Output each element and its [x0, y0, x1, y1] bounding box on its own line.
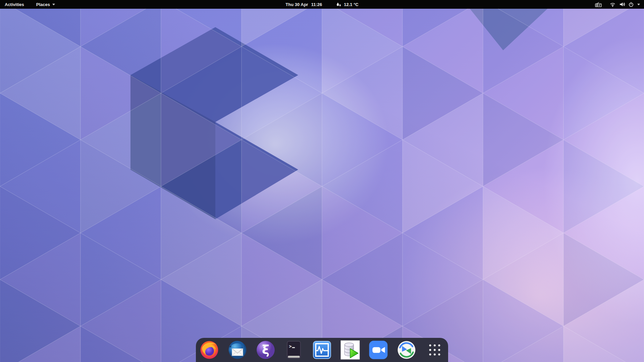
thunderbird-app-button[interactable]: [228, 340, 247, 360]
raindrops-icon: [336, 2, 341, 7]
svg-text:ξ: ξ: [262, 342, 269, 357]
database-play-icon: [340, 340, 360, 360]
desktop-wallpaper: [0, 0, 644, 362]
places-menu-button[interactable]: Places: [36, 0, 55, 9]
power-icon: [629, 2, 634, 7]
topbar-left: Activities Places: [5, 0, 55, 9]
activities-button[interactable]: Activities: [5, 0, 24, 9]
clock: Thu 30 Apr 11:26: [285, 2, 322, 7]
weather-temperature: 12.1 °C: [344, 2, 359, 7]
virt-manager-icon: [312, 340, 332, 360]
quick-settings-button[interactable]: [610, 2, 640, 7]
database-app-button[interactable]: [340, 340, 360, 360]
volume-icon: [619, 2, 625, 7]
emacs-icon: ξ: [256, 340, 275, 360]
dock: ξ >: [196, 338, 448, 362]
xdm-icon: [397, 340, 416, 360]
radio-indicator-button[interactable]: [595, 0, 602, 9]
radio-indicator-icon: [595, 2, 602, 7]
thunderbird-icon: [228, 340, 247, 360]
firefox-icon: [200, 340, 219, 360]
app-grid-button[interactable]: [425, 340, 444, 360]
top-bar: Activities Places Thu 30 Apr 11:26 12.1 …: [0, 0, 644, 9]
wallpaper-triangle-mesh: [0, 0, 644, 362]
zoom-icon: [369, 340, 388, 360]
chevron-down-icon: [52, 4, 55, 5]
emacs-app-button[interactable]: ξ: [256, 340, 275, 360]
wifi-icon: [610, 2, 615, 7]
clock-menu-button[interactable]: Thu 30 Apr 11:26 12.1 °C: [285, 0, 358, 9]
virt-manager-app-button[interactable]: [312, 340, 332, 360]
terminal-icon: >: [284, 340, 304, 360]
weather: 12.1 °C: [336, 2, 359, 7]
xdm-app-button[interactable]: [397, 340, 416, 360]
topbar-right: [595, 0, 640, 9]
svg-text:>: >: [289, 344, 292, 349]
terminal-app-button[interactable]: >: [284, 340, 304, 360]
zoom-app-button[interactable]: [369, 340, 388, 360]
clock-date: Thu 30 Apr: [285, 2, 308, 7]
app-grid-icon: [425, 340, 444, 360]
places-label: Places: [36, 2, 50, 7]
firefox-app-button[interactable]: [200, 340, 219, 360]
chevron-down-icon: [637, 4, 640, 5]
clock-time: 11:26: [311, 2, 322, 7]
